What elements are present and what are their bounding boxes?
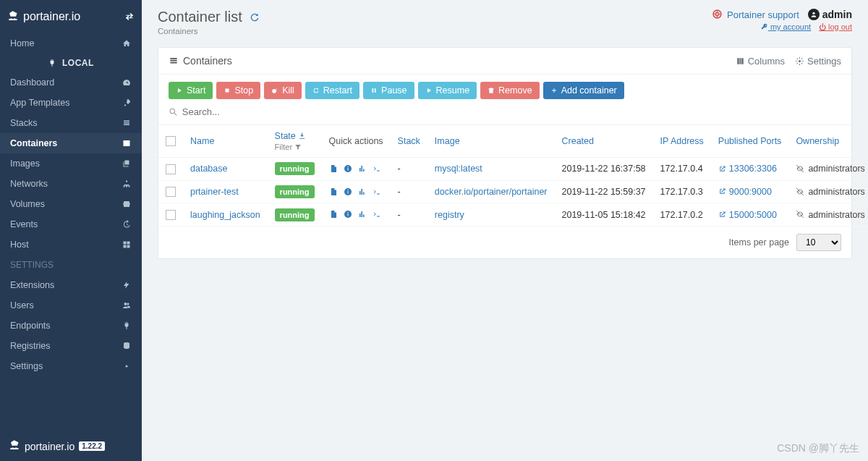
logs-icon[interactable] (329, 187, 338, 197)
filter-icon[interactable] (294, 143, 302, 151)
sidebar-item-label: Containers (10, 138, 57, 148)
container-name-link[interactable]: laughing_jackson (183, 203, 268, 227)
nav: Home LOCALDashboardApp TemplatesStacksCo… (0, 33, 142, 431)
sidebar-item-endpoints[interactable]: Endpoints (0, 316, 142, 336)
logs-icon[interactable] (329, 210, 338, 220)
log-out-link[interactable]: log out (819, 22, 852, 31)
brand-text: portainer.io (23, 10, 80, 23)
image-link[interactable]: registry (427, 203, 555, 227)
table-row: laughing_jacksonrunning-registry2019-11-… (158, 203, 868, 227)
page-title: Container list (158, 9, 260, 25)
stop-button[interactable]: Stop (216, 82, 260, 99)
search-input[interactable] (182, 106, 841, 117)
refresh-icon[interactable] (249, 12, 260, 24)
col-created[interactable]: Created (555, 125, 653, 158)
stop-icon (224, 87, 231, 94)
sidebar-item-label: Volumes (10, 199, 45, 209)
col-image[interactable]: Image (427, 125, 555, 158)
key-icon (761, 23, 768, 31)
resume-button[interactable]: Resume (418, 82, 477, 99)
sidebar-item-images[interactable]: Images (0, 153, 142, 174)
container-name-link[interactable]: prtainer-test (183, 180, 268, 203)
sidebar: portainer.io Home LOCALDashboardApp Temp… (0, 0, 142, 461)
logs-icon[interactable] (329, 164, 338, 174)
restart-button[interactable]: Restart (305, 82, 359, 99)
sidebar-item-registries[interactable]: Registries (0, 336, 142, 356)
kill-button[interactable]: Kill (264, 82, 302, 99)
sidebar-item-label: Events (10, 219, 38, 229)
my-account-link[interactable]: my account (761, 22, 811, 31)
bolt-icon (122, 280, 132, 290)
inspect-icon[interactable] (344, 187, 352, 197)
header: Container list Containers Portainer supp… (142, 0, 868, 41)
col-quick-actions: Quick actions (322, 125, 391, 158)
rocket-icon (122, 98, 132, 108)
life-ring-icon (712, 9, 722, 20)
row-checkbox[interactable] (166, 164, 176, 174)
nav-endpoint-label: LOCAL (0, 54, 142, 72)
footer-logo: portainer.io (9, 439, 75, 454)
sidebar-item-stacks[interactable]: Stacks (0, 113, 142, 133)
ownership-icon (796, 210, 804, 220)
console-icon[interactable] (373, 164, 381, 174)
sidebar-item-extensions[interactable]: Extensions (0, 275, 142, 295)
plug-icon (122, 321, 132, 331)
published-port-link[interactable]: 15000:5000 (718, 210, 782, 220)
ip-cell: 172.17.0.3 (653, 180, 711, 203)
support-link[interactable]: Portainer support (712, 9, 799, 20)
list-icon (169, 55, 179, 67)
plus-icon (550, 87, 558, 94)
sidebar-item-host[interactable]: Host (0, 234, 142, 255)
start-button[interactable]: Start (169, 82, 213, 99)
console-icon[interactable] (373, 210, 381, 220)
stats-icon[interactable] (358, 187, 367, 197)
inbox-icon (122, 138, 132, 148)
col-name[interactable]: Name (183, 125, 268, 158)
settings-button[interactable]: Settings (795, 56, 841, 67)
sidebar-item-users[interactable]: Users (0, 295, 142, 316)
sidebar-item-volumes[interactable]: Volumes (0, 194, 142, 214)
col-stack[interactable]: Stack (391, 125, 427, 158)
image-link[interactable]: mysql:latest (427, 158, 555, 181)
sidebar-item-settings[interactable]: Settings (0, 356, 142, 376)
ship-icon (9, 439, 22, 454)
brand-logo[interactable]: portainer.io (7, 9, 80, 25)
sidebar-item-containers[interactable]: Containers (0, 133, 142, 153)
col-state[interactable]: State Filter (268, 125, 322, 158)
image-link[interactable]: docker.io/portainer/portainer (427, 180, 555, 203)
row-checkbox[interactable] (166, 187, 176, 197)
sidebar-item-dashboard[interactable]: Dashboard (0, 72, 142, 93)
sidebar-item-home[interactable]: Home (0, 33, 142, 54)
published-port-link[interactable]: 9000:9000 (718, 187, 782, 197)
sidebar-item-networks[interactable]: Networks (0, 174, 142, 194)
sidebar-toggle-icon[interactable] (124, 11, 135, 22)
published-port-link[interactable]: 13306:3306 (718, 164, 782, 174)
col-ip[interactable]: IP Address (653, 125, 711, 158)
select-all-checkbox[interactable] (166, 136, 176, 146)
sidebar-item-label: Networks (10, 179, 48, 189)
sidebar-item-events[interactable]: Events (0, 214, 142, 234)
inspect-icon[interactable] (344, 164, 352, 174)
items-per-page-select[interactable]: 10 (796, 234, 841, 251)
sidebar-item-app-templates[interactable]: App Templates (0, 93, 142, 113)
columns-icon (736, 56, 745, 66)
ownership-cell: administrators (796, 210, 865, 220)
row-checkbox[interactable] (166, 210, 176, 220)
pause-button[interactable]: Pause (363, 82, 414, 99)
user-icon (808, 9, 820, 20)
created-cell: 2019-11-05 15:18:42 (555, 203, 653, 227)
col-ownership[interactable]: Ownership (788, 125, 868, 158)
current-user[interactable]: admin (808, 9, 852, 20)
containers-panel: Containers Columns Settings Start Stop K… (158, 47, 852, 259)
stats-icon[interactable] (358, 164, 367, 174)
columns-button[interactable]: Columns (736, 56, 785, 67)
pause-icon (370, 87, 378, 94)
container-name-link[interactable]: database (183, 158, 268, 181)
inspect-icon[interactable] (344, 210, 352, 220)
col-ports[interactable]: Published Ports (711, 125, 789, 158)
console-icon[interactable] (373, 187, 381, 197)
ip-cell: 172.17.0.4 (653, 158, 711, 181)
add-container-button[interactable]: Add container (543, 82, 624, 99)
stats-icon[interactable] (358, 210, 367, 220)
remove-button[interactable]: Remove (480, 82, 540, 99)
